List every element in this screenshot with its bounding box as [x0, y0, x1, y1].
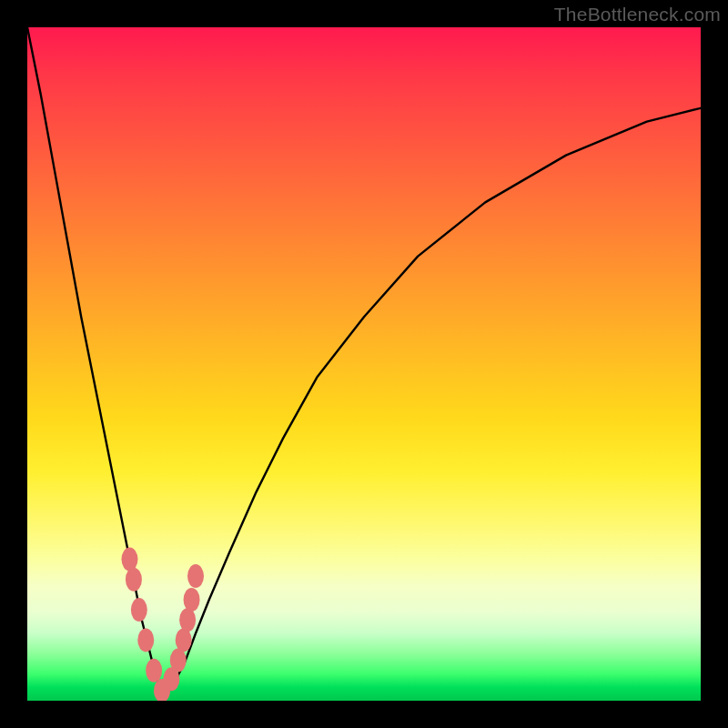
- marker-point: [131, 598, 147, 622]
- marker-point: [126, 568, 142, 592]
- watermark-text: TheBottleneck.com: [554, 4, 721, 25]
- marker-point: [146, 659, 162, 682]
- plot-area: [27, 27, 701, 701]
- marker-point: [121, 548, 137, 571]
- marker-point: [137, 628, 154, 652]
- marker-point: [176, 628, 192, 652]
- marker-point: [184, 588, 200, 612]
- marker-point: [179, 608, 196, 632]
- chart-frame: TheBottleneck.com: [0, 0, 728, 728]
- curve-svg: [27, 27, 701, 701]
- marker-group: [121, 548, 204, 701]
- marker-point: [187, 564, 204, 588]
- marker-point: [170, 649, 187, 672]
- bottleneck-curve: [27, 27, 701, 693]
